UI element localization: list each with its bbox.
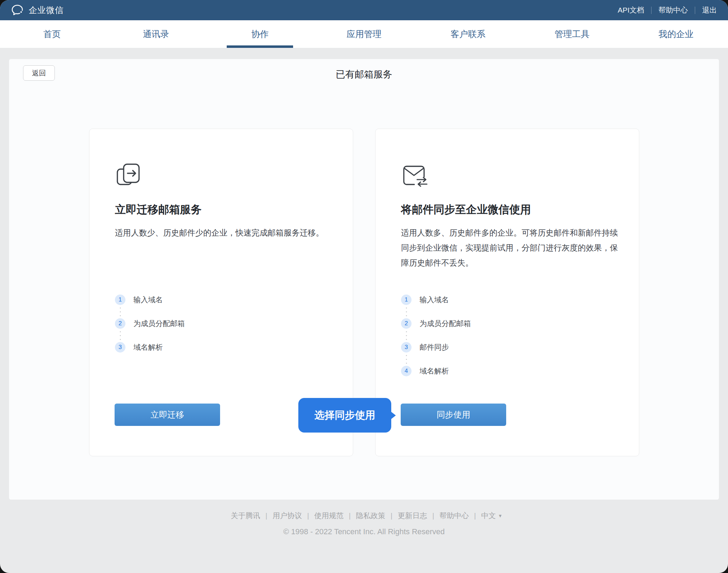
tab-home[interactable]: 首页 [0, 20, 104, 48]
footer-link-about-tencent[interactable]: 关于腾讯 [226, 511, 265, 521]
footer-link-privacy-policy[interactable]: 隐私政策 [351, 511, 391, 521]
step-connector-dots [115, 305, 125, 318]
step-number-badge: 2 [401, 318, 412, 329]
choose-sync-tooltip: 选择同步使用 [298, 398, 391, 433]
card-title: 立即迁移邮箱服务 [115, 202, 202, 217]
migrate-mailbox-icon [115, 161, 144, 190]
app-window: 企业微信 API文档 帮助中心 退出 首页 通讯录 协作 应用管理 客户联系 管… [0, 0, 728, 573]
page-footer: 关于腾讯 | 用户协议 | 使用规范 | 隐私政策 | 更新日志 | 帮助中心 … [0, 511, 728, 536]
tab-customer-contact[interactable]: 客户联系 [416, 20, 520, 48]
card-sync-mail: 将邮件同步至企业微信使用 适用人数多、历史邮件多的企业。可将历史邮件和新邮件持续… [375, 129, 639, 456]
footer-link-usage-rules[interactable]: 使用规范 [309, 511, 349, 521]
main-nav: 首页 通讯录 协作 应用管理 客户联系 管理工具 我的企业 [0, 20, 728, 48]
header-separator [695, 7, 695, 14]
logout-link[interactable]: 退出 [702, 5, 717, 15]
migrate-now-button[interactable]: 立即迁移 [115, 404, 220, 426]
chevron-down-icon[interactable]: ▼ [498, 513, 502, 518]
step-connector-dots [401, 329, 412, 342]
step-label: 为成员分配邮箱 [420, 319, 471, 328]
brand: 企业微信 [11, 4, 64, 16]
top-header-bar: 企业微信 API文档 帮助中心 退出 [0, 0, 728, 20]
step-label: 域名解析 [133, 342, 163, 352]
api-docs-link[interactable]: API文档 [618, 5, 644, 15]
card-description: 适用人数多、历史邮件多的企业。可将历史邮件和新邮件持续同步到企业微信，实现提前试… [401, 225, 618, 270]
footer-link-help-center[interactable]: 帮助中心 [434, 511, 474, 521]
page-title: 已有邮箱服务 [9, 68, 719, 81]
wecom-logo-icon [11, 4, 24, 16]
footer-link-user-agreement[interactable]: 用户协议 [267, 511, 307, 521]
brand-name: 企业微信 [29, 5, 64, 16]
header-separator [651, 7, 651, 14]
step-number-badge: 4 [401, 366, 412, 376]
step-number-badge: 3 [401, 342, 412, 353]
step-item: 3 邮件同步 [401, 342, 471, 353]
step-item: 2 为成员分配邮箱 [401, 318, 471, 329]
step-item: 3 域名解析 [115, 342, 185, 353]
sync-use-button[interactable]: 同步使用 [401, 404, 506, 426]
step-connector-dots [401, 305, 412, 318]
step-item: 1 输入域名 [401, 295, 471, 305]
help-center-link[interactable]: 帮助中心 [658, 5, 688, 15]
step-label: 邮件同步 [420, 342, 449, 352]
step-label: 输入域名 [133, 295, 163, 305]
step-connector-dots [115, 329, 125, 342]
tooltip-label: 选择同步使用 [314, 408, 375, 422]
copyright-text: © 1998 - 2022 Tencent Inc. All Rights Re… [0, 527, 728, 536]
card-description: 适用人数少、历史邮件少的企业，快速完成邮箱服务迁移。 [115, 225, 332, 240]
sync-mail-icon [401, 161, 430, 190]
step-connector-dots [401, 353, 412, 366]
card-title: 将邮件同步至企业微信使用 [401, 202, 531, 217]
tab-collaboration[interactable]: 协作 [208, 20, 312, 48]
sync-steps: 1 输入域名 2 为成员分配邮箱 3 邮件同步 4 域名解析 [401, 295, 471, 376]
tooltip-arrow-icon [391, 412, 396, 419]
tab-app-management[interactable]: 应用管理 [312, 20, 416, 48]
step-number-badge: 1 [115, 295, 125, 305]
step-number-badge: 2 [115, 318, 125, 329]
step-label: 输入域名 [420, 295, 449, 305]
content-panel: 返回 已有邮箱服务 立即迁移邮箱服务 适用人数少、历史邮件少的企业，快速完成邮箱… [9, 59, 719, 500]
step-number-badge: 1 [401, 295, 412, 305]
step-item: 2 为成员分配邮箱 [115, 318, 185, 329]
migrate-steps: 1 输入域名 2 为成员分配邮箱 3 域名解析 [115, 295, 185, 353]
tab-my-company[interactable]: 我的企业 [624, 20, 728, 48]
tab-contacts[interactable]: 通讯录 [104, 20, 208, 48]
step-label: 为成员分配邮箱 [133, 319, 185, 328]
footer-links: 关于腾讯 | 用户协议 | 使用规范 | 隐私政策 | 更新日志 | 帮助中心 … [0, 511, 728, 521]
step-item: 4 域名解析 [401, 366, 471, 376]
header-links: API文档 帮助中心 退出 [618, 5, 717, 15]
step-number-badge: 3 [115, 342, 125, 353]
footer-link-changelog[interactable]: 更新日志 [393, 511, 432, 521]
language-selector[interactable]: 中文 [476, 511, 498, 521]
step-item: 1 输入域名 [115, 295, 185, 305]
tab-management-tools[interactable]: 管理工具 [520, 20, 624, 48]
step-label: 域名解析 [420, 366, 449, 376]
